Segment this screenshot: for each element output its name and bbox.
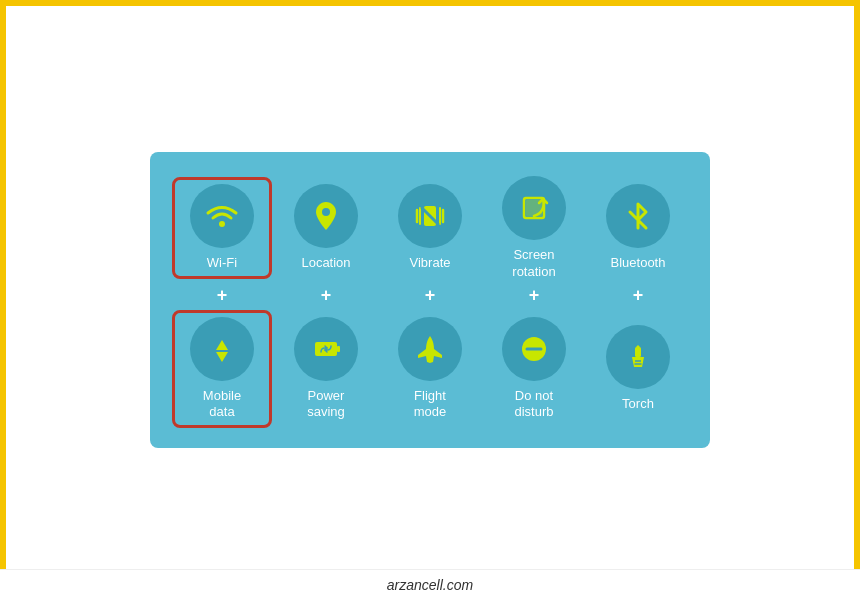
- location-icon: [308, 198, 344, 234]
- screen-rotation-icon: [516, 190, 552, 226]
- mobile-data-label: Mobiledata: [203, 388, 241, 422]
- row-2: Mobiledata Powersaving: [170, 310, 690, 429]
- bluetooth-label: Bluetooth: [611, 255, 666, 272]
- torch-label: Torch: [622, 396, 654, 413]
- do-not-disturb-label: Do notdisturb: [514, 388, 553, 422]
- torch-icon: [620, 339, 656, 375]
- svg-rect-14: [635, 347, 641, 357]
- power-saving-label: Powersaving: [307, 388, 345, 422]
- tile-bluetooth[interactable]: Bluetooth: [588, 184, 688, 272]
- plus-5: +: [588, 285, 688, 306]
- power-saving-icon-wrap: [294, 317, 358, 381]
- do-not-disturb-icon: [516, 331, 552, 367]
- vibrate-icon-wrap: [398, 184, 462, 248]
- plus-separator-row: + + + + +: [170, 285, 690, 306]
- do-not-disturb-icon-wrap: [502, 317, 566, 381]
- wifi-icon: [203, 197, 241, 235]
- svg-rect-9: [526, 200, 542, 216]
- wifi-icon-wrap: [190, 184, 254, 248]
- screen-rotation-label: Screenrotation: [512, 247, 555, 281]
- location-label: Location: [301, 255, 350, 272]
- svg-point-0: [219, 221, 225, 227]
- tile-power-saving[interactable]: Powersaving: [276, 317, 376, 422]
- bluetooth-icon-wrap: [606, 184, 670, 248]
- plus-1: +: [172, 285, 272, 306]
- flight-mode-icon: [412, 331, 448, 367]
- plus-4: +: [484, 285, 584, 306]
- footer-url: arzancell.com: [387, 577, 473, 593]
- tile-flight-mode[interactable]: Flightmode: [380, 317, 480, 422]
- plus-3: +: [380, 285, 480, 306]
- screen-rotation-icon-wrap: [502, 176, 566, 240]
- flight-mode-label: Flightmode: [414, 388, 447, 422]
- tile-mobile-data[interactable]: Mobiledata: [172, 310, 272, 429]
- bluetooth-icon: [620, 198, 656, 234]
- mobile-data-icon: [203, 330, 241, 368]
- svg-marker-15: [636, 345, 640, 347]
- tile-wifi[interactable]: Wi-Fi: [172, 177, 272, 279]
- vibrate-label: Vibrate: [410, 255, 451, 272]
- wifi-label: Wi-Fi: [207, 255, 237, 272]
- svg-point-1: [322, 208, 330, 216]
- tile-do-not-disturb[interactable]: Do notdisturb: [484, 317, 584, 422]
- power-saving-icon: [308, 331, 344, 367]
- location-icon-wrap: [294, 184, 358, 248]
- flight-mode-icon-wrap: [398, 317, 462, 381]
- tile-screen-rotation[interactable]: Screenrotation: [484, 176, 584, 281]
- row-1: Wi-Fi Location: [170, 176, 690, 281]
- vibrate-icon: [412, 198, 448, 234]
- tile-vibrate[interactable]: Vibrate: [380, 184, 480, 272]
- mobile-data-icon-wrap: [190, 317, 254, 381]
- torch-icon-wrap: [606, 325, 670, 389]
- tile-location[interactable]: Location: [276, 184, 376, 272]
- svg-rect-11: [337, 346, 340, 352]
- quick-settings-panel: Wi-Fi Location: [150, 152, 710, 449]
- plus-2: +: [276, 285, 376, 306]
- footer-bar: arzancell.com: [0, 569, 860, 600]
- tile-torch[interactable]: Torch: [588, 325, 688, 413]
